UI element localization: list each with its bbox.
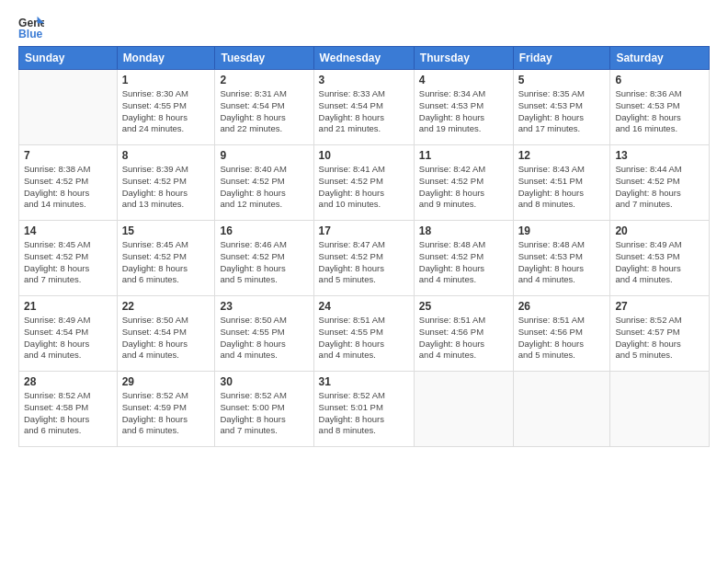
weekday-header-wednesday: Wednesday — [313, 47, 414, 70]
weekday-header-row: SundayMondayTuesdayWednesdayThursdayFrid… — [19, 47, 710, 70]
calendar-cell: 7Sunrise: 8:38 AM Sunset: 4:52 PM Daylig… — [19, 145, 118, 221]
day-info: Sunrise: 8:52 AM Sunset: 4:59 PM Dayligh… — [122, 390, 210, 437]
day-info: Sunrise: 8:52 AM Sunset: 5:01 PM Dayligh… — [319, 390, 409, 437]
day-number: 1 — [122, 74, 210, 86]
day-info: Sunrise: 8:30 AM Sunset: 4:55 PM Dayligh… — [122, 88, 210, 135]
day-info: Sunrise: 8:46 AM Sunset: 4:52 PM Dayligh… — [220, 239, 308, 286]
week-row-1: 1Sunrise: 8:30 AM Sunset: 4:55 PM Daylig… — [19, 70, 710, 145]
day-number: 26 — [518, 300, 606, 313]
day-info: Sunrise: 8:38 AM Sunset: 4:52 PM Dayligh… — [24, 164, 112, 211]
logo: General Blue — [18, 15, 44, 40]
day-number: 30 — [220, 375, 308, 388]
day-number: 31 — [319, 375, 409, 388]
header: General Blue — [18, 15, 710, 40]
day-info: Sunrise: 8:48 AM Sunset: 4:52 PM Dayligh… — [419, 239, 508, 286]
calendar-cell: 22Sunrise: 8:50 AM Sunset: 4:54 PM Dayli… — [117, 296, 215, 372]
calendar-cell: 17Sunrise: 8:47 AM Sunset: 4:52 PM Dayli… — [313, 221, 414, 296]
day-number: 10 — [319, 149, 409, 162]
calendar-cell: 18Sunrise: 8:48 AM Sunset: 4:52 PM Dayli… — [414, 221, 513, 296]
weekday-header-friday: Friday — [513, 47, 610, 70]
day-number: 3 — [319, 74, 409, 86]
week-row-2: 7Sunrise: 8:38 AM Sunset: 4:52 PM Daylig… — [19, 145, 710, 221]
calendar-cell: 23Sunrise: 8:50 AM Sunset: 4:55 PM Dayli… — [215, 296, 313, 372]
logo-icon: General Blue — [18, 15, 44, 40]
calendar-cell — [19, 70, 118, 145]
calendar-cell: 20Sunrise: 8:49 AM Sunset: 4:53 PM Dayli… — [610, 221, 710, 296]
day-info: Sunrise: 8:44 AM Sunset: 4:52 PM Dayligh… — [615, 164, 704, 211]
day-number: 21 — [24, 300, 112, 313]
calendar-cell: 12Sunrise: 8:43 AM Sunset: 4:51 PM Dayli… — [513, 145, 610, 221]
calendar-cell: 10Sunrise: 8:41 AM Sunset: 4:52 PM Dayli… — [313, 145, 414, 221]
day-number: 6 — [615, 74, 704, 86]
day-info: Sunrise: 8:49 AM Sunset: 4:53 PM Dayligh… — [615, 239, 704, 286]
day-info: Sunrise: 8:40 AM Sunset: 4:52 PM Dayligh… — [220, 164, 308, 211]
day-number: 14 — [24, 224, 112, 237]
day-info: Sunrise: 8:50 AM Sunset: 4:54 PM Dayligh… — [122, 315, 210, 362]
calendar-cell: 30Sunrise: 8:52 AM Sunset: 5:00 PM Dayli… — [215, 372, 313, 447]
calendar-cell — [414, 372, 513, 447]
day-info: Sunrise: 8:50 AM Sunset: 4:55 PM Dayligh… — [220, 315, 308, 362]
weekday-header-thursday: Thursday — [414, 47, 513, 70]
calendar-table: SundayMondayTuesdayWednesdayThursdayFrid… — [18, 46, 710, 447]
calendar-cell: 11Sunrise: 8:42 AM Sunset: 4:52 PM Dayli… — [414, 145, 513, 221]
day-info: Sunrise: 8:45 AM Sunset: 4:52 PM Dayligh… — [122, 239, 210, 286]
calendar-cell: 5Sunrise: 8:35 AM Sunset: 4:53 PM Daylig… — [513, 70, 610, 145]
calendar-cell: 16Sunrise: 8:46 AM Sunset: 4:52 PM Dayli… — [215, 221, 313, 296]
day-number: 28 — [24, 375, 112, 388]
calendar-cell: 9Sunrise: 8:40 AM Sunset: 4:52 PM Daylig… — [215, 145, 313, 221]
day-number: 9 — [220, 149, 308, 162]
week-row-4: 21Sunrise: 8:49 AM Sunset: 4:54 PM Dayli… — [19, 296, 710, 372]
calendar-cell: 8Sunrise: 8:39 AM Sunset: 4:52 PM Daylig… — [117, 145, 215, 221]
day-number: 19 — [518, 224, 606, 237]
weekday-header-saturday: Saturday — [610, 47, 710, 70]
day-info: Sunrise: 8:36 AM Sunset: 4:53 PM Dayligh… — [615, 88, 704, 135]
day-number: 7 — [24, 149, 112, 162]
day-info: Sunrise: 8:33 AM Sunset: 4:54 PM Dayligh… — [319, 88, 409, 135]
day-number: 24 — [319, 300, 409, 313]
calendar-cell: 2Sunrise: 8:31 AM Sunset: 4:54 PM Daylig… — [215, 70, 313, 145]
day-number: 8 — [122, 149, 210, 162]
day-number: 18 — [419, 224, 508, 237]
day-info: Sunrise: 8:47 AM Sunset: 4:52 PM Dayligh… — [319, 239, 409, 286]
calendar-cell: 14Sunrise: 8:45 AM Sunset: 4:52 PM Dayli… — [19, 221, 118, 296]
weekday-header-sunday: Sunday — [19, 47, 118, 70]
day-number: 13 — [615, 149, 704, 162]
day-number: 25 — [419, 300, 508, 313]
calendar-cell: 27Sunrise: 8:52 AM Sunset: 4:57 PM Dayli… — [610, 296, 710, 372]
day-number: 17 — [319, 224, 409, 237]
day-info: Sunrise: 8:52 AM Sunset: 5:00 PM Dayligh… — [220, 390, 308, 437]
day-number: 15 — [122, 224, 210, 237]
day-info: Sunrise: 8:43 AM Sunset: 4:51 PM Dayligh… — [518, 164, 606, 211]
weekday-header-monday: Monday — [117, 47, 215, 70]
week-row-5: 28Sunrise: 8:52 AM Sunset: 4:58 PM Dayli… — [19, 372, 710, 447]
day-number: 22 — [122, 300, 210, 313]
calendar-cell: 25Sunrise: 8:51 AM Sunset: 4:56 PM Dayli… — [414, 296, 513, 372]
week-row-3: 14Sunrise: 8:45 AM Sunset: 4:52 PM Dayli… — [19, 221, 710, 296]
day-info: Sunrise: 8:35 AM Sunset: 4:53 PM Dayligh… — [518, 88, 606, 135]
calendar-cell: 4Sunrise: 8:34 AM Sunset: 4:53 PM Daylig… — [414, 70, 513, 145]
day-info: Sunrise: 8:48 AM Sunset: 4:53 PM Dayligh… — [518, 239, 606, 286]
day-number: 27 — [615, 300, 704, 313]
day-info: Sunrise: 8:45 AM Sunset: 4:52 PM Dayligh… — [24, 239, 112, 286]
day-number: 16 — [220, 224, 308, 237]
day-number: 5 — [518, 74, 606, 86]
calendar-cell: 1Sunrise: 8:30 AM Sunset: 4:55 PM Daylig… — [117, 70, 215, 145]
calendar-cell: 21Sunrise: 8:49 AM Sunset: 4:54 PM Dayli… — [19, 296, 118, 372]
day-number: 12 — [518, 149, 606, 162]
calendar-cell: 19Sunrise: 8:48 AM Sunset: 4:53 PM Dayli… — [513, 221, 610, 296]
day-number: 11 — [419, 149, 508, 162]
page: General Blue SundayMondayTuesdayWednesda… — [0, 0, 728, 563]
calendar-cell: 13Sunrise: 8:44 AM Sunset: 4:52 PM Dayli… — [610, 145, 710, 221]
day-info: Sunrise: 8:52 AM Sunset: 4:58 PM Dayligh… — [24, 390, 112, 437]
day-info: Sunrise: 8:51 AM Sunset: 4:56 PM Dayligh… — [419, 315, 508, 362]
day-number: 20 — [615, 224, 704, 237]
day-number: 2 — [220, 74, 308, 86]
day-info: Sunrise: 8:34 AM Sunset: 4:53 PM Dayligh… — [419, 88, 508, 135]
day-info: Sunrise: 8:51 AM Sunset: 4:56 PM Dayligh… — [518, 315, 606, 362]
day-info: Sunrise: 8:49 AM Sunset: 4:54 PM Dayligh… — [24, 315, 112, 362]
calendar-cell: 26Sunrise: 8:51 AM Sunset: 4:56 PM Dayli… — [513, 296, 610, 372]
day-info: Sunrise: 8:41 AM Sunset: 4:52 PM Dayligh… — [319, 164, 409, 211]
day-number: 23 — [220, 300, 308, 313]
calendar-cell: 15Sunrise: 8:45 AM Sunset: 4:52 PM Dayli… — [117, 221, 215, 296]
calendar-cell — [610, 372, 710, 447]
